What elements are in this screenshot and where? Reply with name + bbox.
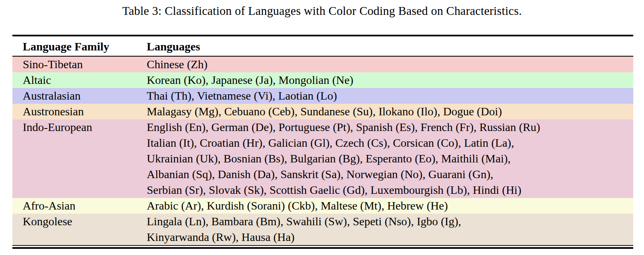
header-languages: Languages [147,36,633,56]
language-family-cell: Australasian [12,88,147,104]
table-bottom-rule [12,245,633,249]
table-row: AustronesianMalagasy (Mg), Cebuano (Ceb)… [12,104,633,119]
languages-line: Serbian (Sr), Slovak (Sk), Scottish Gael… [147,182,633,198]
languages-cell: Korean (Ko), Japanese (Ja), Mongolian (N… [147,72,633,88]
table-row: AustralasianThai (Th), Vietnamese (Vi), … [12,88,633,104]
language-family-cell: Afro-Asian [12,198,147,214]
language-table: Language Family Languages Sino-TibetanCh… [12,35,633,249]
table-row: Afro-AsianArabic (Ar), Kurdish (Sorani) … [12,198,633,214]
table-row: KongoleseLingala (Ln), Bambara (Bm), Swa… [12,214,633,245]
languages-cell: Chinese (Zh) [147,56,633,72]
languages-cell: Lingala (Ln), Bambara (Bm), Swahili (Sw)… [147,214,633,245]
language-classification-table: Language Family Languages Sino-TibetanCh… [12,36,633,245]
languages-cell: Thai (Th), Vietnamese (Vi), Laotian (Lo) [147,88,633,104]
languages-line: Thai (Th), Vietnamese (Vi), Laotian (Lo) [147,88,633,104]
table-row: AltaicKorean (Ko), Japanese (Ja), Mongol… [12,72,633,88]
table-header-row: Language Family Languages [12,36,633,56]
languages-line: Ukrainian (Uk), Bosnian (Bs), Bulgarian … [147,151,633,167]
language-family-cell: Indo-European [12,119,147,198]
language-family-cell: Altaic [12,72,147,88]
language-family-cell: Kongolese [12,214,147,245]
languages-cell: Malagasy (Mg), Cebuano (Ceb), Sundanese … [147,104,633,119]
table-caption: Table 3: Classification of Languages wit… [0,4,644,18]
languages-line: Korean (Ko), Japanese (Ja), Mongolian (N… [147,72,633,88]
languages-line: English (En), German (De), Portuguese (P… [147,119,633,135]
languages-line: Arabic (Ar), Kurdish (Sorani) (Ckb), Mal… [147,198,633,214]
languages-line: Lingala (Ln), Bambara (Bm), Swahili (Sw)… [147,214,633,229]
languages-cell: English (En), German (De), Portuguese (P… [147,119,633,198]
language-family-cell: Austronesian [12,104,147,119]
languages-line: Chinese (Zh) [147,57,633,72]
languages-line: Kinyarwanda (Rw), Hausa (Ha) [147,229,633,245]
table-row: Sino-TibetanChinese (Zh) [12,56,633,72]
languages-cell: Arabic (Ar), Kurdish (Sorani) (Ckb), Mal… [147,198,633,214]
language-family-cell: Sino-Tibetan [12,56,147,72]
languages-line: Albanian (Sq), Danish (Da), Sanskrit (Sa… [147,167,633,182]
languages-line: Italian (It), Croatian (Hr), Galician (G… [147,135,633,151]
table-row: Indo-EuropeanEnglish (En), German (De), … [12,119,633,198]
languages-line: Malagasy (Mg), Cebuano (Ceb), Sundanese … [147,104,633,119]
header-language-family: Language Family [12,36,147,56]
